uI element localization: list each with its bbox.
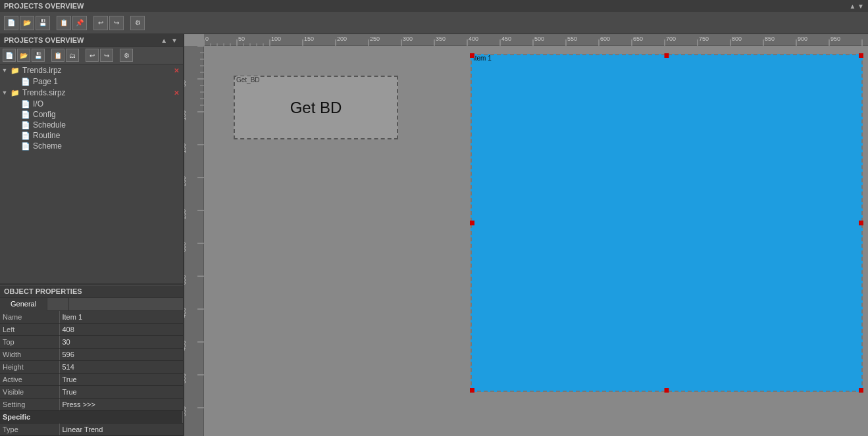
svg-text:50: 50 [238,36,245,42]
svg-text:150: 150 [304,36,314,42]
svg-text:300: 300 [403,36,413,42]
svg-text:250: 250 [184,209,187,219]
handle-mid-right[interactable] [859,221,863,226]
prop-row-type: Type Linear Trend [0,424,183,436]
svg-text:700: 700 [666,36,676,42]
svg-text:850: 850 [765,36,775,42]
proj-settings-btn[interactable]: ⚙ [120,49,133,62]
prop-row-top: Top 30 [0,336,183,349]
handle-mid-left[interactable] [470,221,474,226]
tree-label-scheme: Scheme [32,141,183,151]
get-bd-widget[interactable]: Get_BD Get BD [234,76,398,139]
close-trends-irpz[interactable]: ✕ [171,65,182,76]
paste-btn[interactable]: 📌 [72,16,87,30]
proj-new-btn[interactable]: 📄 [3,49,16,62]
tree-label-io: I/O [32,99,183,109]
open-btn[interactable]: 📂 [20,16,34,30]
proj-header-down-icon[interactable]: ▼ [170,37,179,44]
handle-top-left[interactable] [470,53,474,58]
ruler-left-svg: 50 100 150 200 250 300 350 400 450 500 [184,46,204,436]
proj-copy-btn[interactable]: 📋 [51,49,64,62]
new-file-btn[interactable]: 📄 [4,16,18,30]
svg-text:350: 350 [184,275,187,285]
tree-node-trends-sirpz[interactable]: ▼ 📁 Trends.sirpz ✕ [0,87,183,99]
tree-node-io[interactable]: 📄 I/O [0,99,183,109]
tree-label-trends-irpz: Trends.irpz [21,66,171,75]
redo-btn[interactable]: ↪ [109,16,124,30]
prop-val-height: 514 [59,361,183,374]
save-green-btn[interactable]: 💾 [36,16,50,30]
toggle-trends-irpz[interactable]: ▼ [0,67,9,74]
tree-label-trends-sirpz: Trends.sirpz [21,88,171,97]
object-properties-panel: OBJECT PROPERTIES General Name Item 1 Le… [0,285,183,437]
tree-label-page1: Page 1 [32,77,183,86]
svg-text:400: 400 [184,308,187,318]
tree-node-trends-irpz[interactable]: ▼ 📁 Trends.irpz ✕ [0,64,183,76]
object-properties-table: Name Item 1 Left 408 Top 30 Width 596 [0,311,183,437]
settings-btn[interactable]: ⚙ [130,16,145,30]
handle-bottom-left[interactable] [470,388,474,393]
svg-text:500: 500 [534,36,544,42]
proj-save-green-btn[interactable]: 💾 [32,49,45,62]
proj-redo-btn[interactable]: ↪ [100,49,113,62]
handle-top-mid[interactable] [665,53,669,58]
prop-row-left: Left 408 [0,324,183,336]
handle-top-right[interactable] [859,53,863,58]
prop-row-height: Height 514 [0,361,183,374]
prop-key-width: Width [0,349,59,361]
svg-text:600: 600 [600,36,610,42]
proj-open-btn[interactable]: 📂 [17,49,30,62]
copy-btn[interactable]: 📋 [57,16,71,30]
projects-header-title: PROJECTS OVERVIEW [4,36,84,44]
file-icon-io: 📄 [20,100,32,109]
prop-row-width: Width 596 [0,349,183,361]
tree-label-routine: Routine [32,131,183,140]
prop-val-setting: Press >>> [59,399,183,411]
toggle-trends-sirpz[interactable]: ▼ [0,89,9,96]
tree-label-config: Config [32,110,183,119]
prop-key-left: Left [0,324,59,336]
canvas-area[interactable]: 0 50 100 150 200 250 300 350 400 450 [184,34,868,436]
prop-row-visible: Visible True [0,386,183,399]
tree-node-page1[interactable]: 📄 Page 1 [0,76,183,87]
handle-bottom-right[interactable] [859,388,863,393]
toolbar-buttons: 📄 📂 💾 📋 📌 ↩ ↪ ⚙ [0,12,868,34]
handle-bottom-mid[interactable] [665,388,669,393]
svg-text:800: 800 [732,36,742,42]
svg-text:950: 950 [830,36,840,42]
prop-val-left: 408 [59,324,183,336]
proj-undo-btn[interactable]: ↩ [86,49,99,62]
svg-text:200: 200 [184,176,187,186]
svg-text:300: 300 [184,242,187,252]
tree-node-routine[interactable]: 📄 Routine [0,130,183,141]
close-trends-sirpz[interactable]: ✕ [171,87,182,98]
prop-row-name: Name Item 1 [0,311,183,324]
svg-text:100: 100 [271,36,281,42]
prop-key-type: Type [0,424,59,436]
get-bd-label: Get_BD [236,76,260,84]
page-icon-page1: 📄 [20,78,32,86]
folder-icon-trends-sirpz: 📁 [9,89,21,97]
prop-val-width: 596 [59,349,183,361]
tab-specific[interactable] [47,298,69,310]
main-area: PROJECTS OVERVIEW ▲ ▼ 📄 📂 💾 📋 🗂 ↩ ↪ ⚙ [0,34,868,436]
undo-btn[interactable]: ↩ [93,16,108,30]
proj-paste-btn[interactable]: 🗂 [66,49,79,62]
tab-general[interactable]: General [0,298,47,311]
tree-node-config[interactable]: 📄 Config [0,109,183,120]
prop-key-active: Active [0,374,59,386]
prop-val-type: Linear Trend [59,424,183,436]
canvas-content[interactable]: Get_BD Get BD Item 1 [204,46,868,436]
svg-text:550: 550 [184,406,187,416]
svg-text:0: 0 [205,36,209,42]
svg-text:750: 750 [699,36,709,42]
item1-widget[interactable]: Item 1 [471,54,863,392]
prop-key-visible: Visible [0,386,59,399]
tree-node-scheme[interactable]: 📄 Scheme [0,141,183,151]
get-bd-text: Get BD [235,77,397,138]
svg-text:500: 500 [184,374,187,383]
prop-key-setting: Setting [0,399,59,411]
proj-header-up-icon[interactable]: ▲ [159,37,168,44]
left-panel: PROJECTS OVERVIEW ▲ ▼ 📄 📂 💾 📋 🗂 ↩ ↪ ⚙ [0,34,184,436]
tree-node-schedule[interactable]: 📄 Schedule [0,120,183,130]
